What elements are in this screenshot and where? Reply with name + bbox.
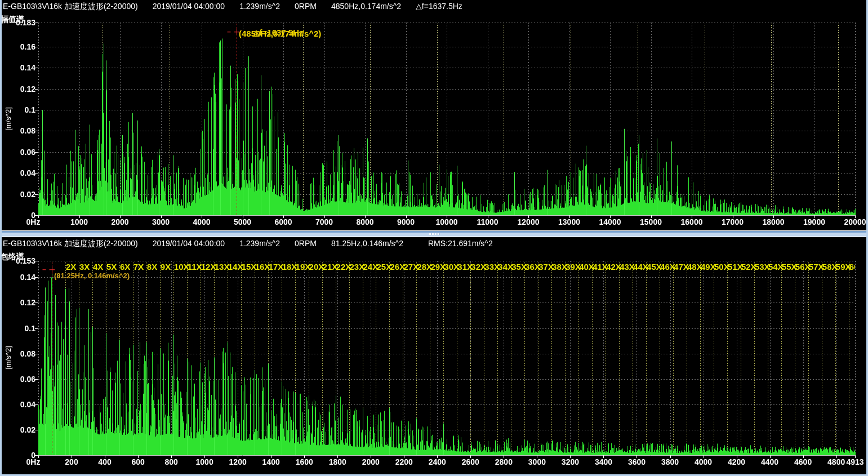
x-tick-label: 15000 bbox=[631, 217, 671, 226]
harmonic-order-label: 32X bbox=[471, 262, 486, 272]
y-tick-label: 0.08 bbox=[0, 126, 35, 135]
panel-splitter[interactable] bbox=[0, 230, 868, 237]
harmonic-order-label: 26X bbox=[390, 262, 405, 272]
harmonic-order-label: 39X bbox=[566, 262, 581, 272]
harmonic-order-label: 37X bbox=[538, 262, 554, 272]
x-tick-label: 12000 bbox=[509, 217, 548, 226]
harmonic-order-label: 45X bbox=[647, 262, 662, 272]
rpm-readout: 0RPM bbox=[295, 239, 317, 248]
y-tick-label: 0.14 bbox=[0, 63, 35, 72]
y-tick-label: 0.02 bbox=[0, 425, 35, 434]
x-tick-label: 5000 bbox=[223, 217, 262, 226]
splitter-grip-dot bbox=[432, 233, 434, 235]
harmonic-label-row: 2X3X4X5X6X7X8X9X10X11X12X13X14X15X16X17X… bbox=[38, 262, 855, 272]
envelope-spectrum-panel: E-GB103\3V\16k 加速度波形(2-20000)2019/01/04 … bbox=[0, 237, 868, 474]
y-tick-label: 0.12 bbox=[0, 298, 35, 307]
harmonic-order-label: 48X bbox=[687, 262, 702, 272]
y-tick-label: 0.1 bbox=[0, 105, 35, 114]
y-tick-label: 0.04 bbox=[0, 400, 35, 409]
amplitude-header: E-GB103\3V\16k 加速度波形(2-20000)2019/01/04 … bbox=[3, 2, 477, 12]
amplitude-spectrum-panel: E-GB103\3V\16k 加速度波形(2-20000)2019/01/04 … bbox=[0, 0, 868, 230]
spectrum-analyzer-window: E-GB103\3V\16k 加速度波形(2-20000)2019/01/04 … bbox=[0, 0, 868, 476]
harmonic-order-label: 55X bbox=[782, 262, 797, 272]
harmonic-order-label: 12X bbox=[201, 262, 216, 272]
harmonic-order-label: 2X bbox=[66, 262, 76, 272]
harmonic-order-label: 15X bbox=[242, 262, 257, 272]
harmonic-order-label: 44X bbox=[633, 262, 648, 272]
x-tick-label: 9000 bbox=[386, 217, 426, 226]
harmonic-order-label: 29X bbox=[430, 262, 446, 272]
harmonic-order-label: 49X bbox=[701, 262, 716, 272]
harmonic-order-label: 53X bbox=[755, 262, 770, 272]
harmonic-order-label: 38X bbox=[552, 262, 567, 272]
cursor-readout: 81.25Hz,0.146m/s^2 bbox=[331, 239, 403, 248]
harmonic-order-label: 58X bbox=[822, 262, 838, 272]
harmonic-order-label: 50X bbox=[714, 262, 729, 272]
harmonic-order-label: 14X bbox=[228, 262, 243, 272]
x-tick-label: 19000 bbox=[795, 217, 834, 226]
splitter-grip-dot bbox=[429, 233, 431, 235]
delta-f-annotation: △f=1637.5Hz bbox=[253, 28, 304, 38]
harmonic-order-label: 11X bbox=[188, 262, 202, 272]
envelope-spectrum-plot[interactable] bbox=[0, 237, 868, 474]
harmonic-order-label: 24X bbox=[363, 262, 379, 272]
x-tick-label: 6000 bbox=[264, 217, 303, 226]
harmonic-order-label: 6X bbox=[120, 262, 130, 272]
harmonic-order-label: 8X bbox=[147, 262, 157, 272]
x-tick-label: 2000 bbox=[100, 217, 140, 226]
harmonic-order-label: 57X bbox=[809, 262, 824, 272]
x-tick-label: 1000 bbox=[60, 217, 99, 226]
y-max-label: 0.183 bbox=[0, 18, 35, 27]
y-tick-label: 0.12 bbox=[0, 84, 35, 94]
x-tick-label: 4000 bbox=[182, 217, 221, 226]
harmonic-order-label: 10X bbox=[174, 262, 189, 272]
y-max-label: 0.153 bbox=[0, 256, 35, 265]
harmonic-order-label: 54X bbox=[768, 262, 784, 272]
envelope-header: E-GB103\3V\16k 加速度波形(2-20000)2019/01/04 … bbox=[3, 239, 508, 249]
rpm-readout: 0RPM bbox=[295, 2, 317, 11]
harmonic-order-label: 17X bbox=[269, 262, 284, 272]
harmonic-order-label: 36X bbox=[525, 262, 540, 272]
x-tick-label: 8000 bbox=[345, 217, 385, 226]
harmonic-order-label: 40X bbox=[579, 262, 594, 272]
y-tick-label: 0.1 bbox=[0, 324, 35, 333]
harmonic-order-label: 9X bbox=[161, 262, 171, 272]
harmonic-order-label: 52X bbox=[741, 262, 756, 272]
harmonic-order-label: 7X bbox=[133, 262, 144, 272]
harmonic-order-label: 27X bbox=[403, 262, 419, 272]
y-tick-label: 0.04 bbox=[0, 168, 35, 177]
x-tick-label: 3000 bbox=[141, 217, 181, 226]
harmonic-order-label: 33X bbox=[484, 262, 500, 272]
y-tick-label: 0.16 bbox=[0, 42, 35, 51]
harmonic-order-label: 60X bbox=[849, 262, 855, 272]
harmonic-order-label: 22X bbox=[336, 262, 351, 272]
y-tick-label: 0.08 bbox=[0, 349, 35, 358]
harmonic-order-label: 23X bbox=[350, 262, 365, 272]
measurement-datetime: 2019/01/04 04:00:00 bbox=[153, 2, 225, 11]
harmonic-order-label: 59X bbox=[836, 262, 851, 272]
splitter-grip-dot bbox=[438, 233, 440, 235]
harmonic-order-label: 34X bbox=[498, 262, 513, 272]
harmonic-order-label: 42X bbox=[606, 262, 621, 272]
overall-level: 1.239m/s^2 bbox=[239, 239, 280, 248]
harmonic-order-label: 31X bbox=[457, 262, 473, 272]
harmonic-order-label: 20X bbox=[309, 262, 324, 272]
window-border-left bbox=[0, 0, 2, 476]
overall-level: 1.239m/s^2 bbox=[239, 2, 280, 11]
y-tick-label: 0.06 bbox=[0, 148, 35, 157]
harmonic-order-label: 19X bbox=[296, 262, 311, 272]
cursor-annotation: (81.25Hz, 0.146m/s^2) bbox=[54, 272, 130, 280]
harmonic-order-label: 41X bbox=[593, 262, 608, 272]
splitter-grip-dot bbox=[435, 233, 437, 235]
x-tick-label: 10000 bbox=[427, 217, 466, 226]
amplitude-spectrum-plot[interactable] bbox=[0, 0, 868, 230]
harmonic-order-label: 35X bbox=[511, 262, 527, 272]
harmonic-order-label: 43X bbox=[620, 262, 635, 272]
channel-title: E-GB103\3V\16k 加速度波形(2-20000) bbox=[3, 2, 138, 11]
harmonic-order-label: 3X bbox=[79, 262, 90, 272]
x-tick-label: 18000 bbox=[754, 217, 793, 226]
harmonic-order-label: 18X bbox=[282, 262, 297, 272]
harmonic-order-label: 30X bbox=[444, 262, 459, 272]
x-tick-label: 7000 bbox=[305, 217, 344, 226]
cursor-readout: 4850Hz,0.174m/s^2 bbox=[331, 2, 401, 11]
